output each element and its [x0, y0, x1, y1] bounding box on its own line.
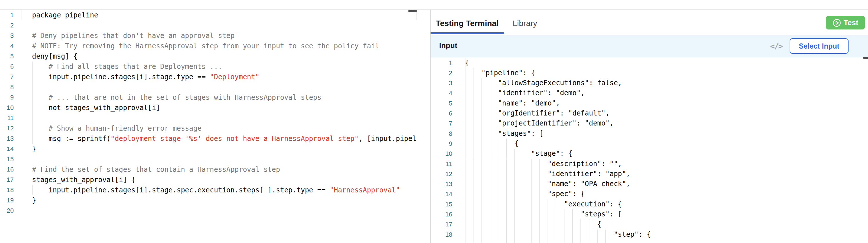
- tab-testing-terminal[interactable]: Testing Terminal: [436, 18, 499, 29]
- code-icon[interactable]: </>: [770, 42, 782, 50]
- line-number: 18: [0, 185, 14, 195]
- line-number: 14: [431, 189, 452, 199]
- play-circle-icon: [833, 19, 841, 27]
- line-number: 3: [0, 31, 14, 41]
- code-line[interactable]: # Deny pipelines that don't have an appr…: [32, 31, 235, 41]
- code-line[interactable]: "identifier": "app",: [465, 169, 630, 179]
- code-line[interactable]: "step": {: [465, 230, 651, 240]
- line-number: 13: [431, 179, 452, 189]
- scrollbar-thumb[interactable]: [408, 10, 417, 12]
- line-number: 8: [0, 82, 14, 92]
- scrollbar-thumb[interactable]: [863, 57, 868, 59]
- code-line[interactable]: "stage": {: [465, 149, 572, 159]
- line-number: 11: [0, 113, 14, 123]
- line-number: 10: [431, 149, 452, 159]
- line-number: 2: [0, 20, 14, 31]
- line-number: 9: [431, 139, 452, 149]
- line-number: 20: [0, 206, 14, 216]
- line-number: 6: [431, 108, 452, 118]
- line-number: 17: [0, 175, 14, 185]
- code-line[interactable]: "stages": [: [465, 129, 544, 139]
- test-button-label: Test: [844, 18, 859, 27]
- code-line[interactable]: "orgIdentifier": "default",: [465, 108, 610, 118]
- line-number: 16: [431, 209, 452, 219]
- code-line[interactable]: }: [32, 195, 36, 206]
- line-number: 8: [431, 129, 452, 139]
- current-line-highlight: [465, 58, 868, 68]
- code-line[interactable]: # Find the set of stages that contain a …: [32, 164, 280, 175]
- line-number: 12: [0, 123, 14, 134]
- active-tab-underline: [431, 32, 504, 34]
- code-line[interactable]: {: [465, 139, 519, 149]
- code-line[interactable]: # Show a human-friendly error message: [32, 123, 202, 134]
- top-bar: [0, 0, 868, 10]
- code-line[interactable]: input.pipeline.stages[i].stage.spec.exec…: [32, 185, 400, 195]
- line-number: 5: [431, 98, 452, 108]
- line-number: 4: [431, 88, 452, 98]
- line-number: 4: [0, 41, 14, 51]
- code-line[interactable]: "allowStageExecutions": false,: [465, 78, 622, 88]
- code-line[interactable]: not stages_with_approval[i]: [32, 103, 160, 113]
- tab-library[interactable]: Library: [513, 18, 537, 29]
- code-line[interactable]: {: [465, 58, 469, 68]
- code-line[interactable]: input.pipeline.stages[i].stage.type == "…: [32, 72, 259, 82]
- code-line[interactable]: "spec": {: [465, 189, 585, 199]
- line-number: 15: [431, 199, 452, 209]
- line-number: 12: [431, 169, 452, 179]
- line-number: 6: [0, 62, 14, 72]
- code-line[interactable]: # ... that are not in the set of stages …: [32, 92, 321, 103]
- line-number: 17: [431, 219, 452, 229]
- code-line[interactable]: # Find all stages that are Deployments .…: [32, 62, 222, 72]
- input-title: Input: [439, 41, 458, 50]
- line-number: 18: [431, 230, 452, 240]
- code-line[interactable]: "name": "demo",: [465, 98, 560, 108]
- code-line[interactable]: "steps": [: [465, 209, 622, 219]
- select-input-button[interactable]: Select Input: [789, 38, 848, 54]
- line-number: 3: [431, 78, 452, 88]
- code-line[interactable]: {: [465, 219, 601, 229]
- line-number: 15: [0, 154, 14, 164]
- line-number: 7: [0, 72, 14, 82]
- policy-studio: 1package pipeline23# Deny pipelines that…: [0, 0, 868, 243]
- code-line[interactable]: "projectIdentifier": "demo",: [465, 118, 614, 128]
- code-line[interactable]: deny[msg] {: [32, 51, 78, 62]
- code-line[interactable]: [32, 82, 49, 92]
- line-number: 2: [431, 68, 452, 78]
- line-number: 7: [431, 118, 452, 128]
- code-line[interactable]: # NOTE: Try removing the HarnessApproval…: [32, 41, 379, 51]
- code-line[interactable]: "description": "",: [465, 159, 622, 169]
- line-number: 5: [0, 51, 14, 62]
- code-line[interactable]: "execution": {: [465, 199, 622, 209]
- code-line[interactable]: "identifier": "demo",: [465, 88, 585, 98]
- line-number: 1: [0, 10, 14, 20]
- line-number: 19: [0, 195, 14, 206]
- line-number: 10: [0, 103, 14, 113]
- code-line[interactable]: [32, 113, 49, 123]
- line-number: 13: [0, 134, 14, 144]
- test-button[interactable]: Test: [826, 16, 865, 29]
- line-number: 1: [431, 58, 452, 68]
- line-number: 16: [0, 164, 14, 175]
- line-number: 11: [431, 159, 452, 169]
- code-line[interactable]: "name": "OPA check",: [465, 179, 630, 189]
- code-line[interactable]: msg := sprintf("deployment stage '%s' do…: [32, 134, 416, 144]
- code-line[interactable]: "pipeline": {: [465, 68, 535, 78]
- code-line[interactable]: }: [32, 144, 36, 154]
- code-line[interactable]: package pipeline: [32, 10, 98, 20]
- code-line[interactable]: stages_with_approval[i] {: [32, 175, 135, 185]
- line-number: 14: [0, 144, 14, 154]
- line-number: 9: [0, 92, 14, 103]
